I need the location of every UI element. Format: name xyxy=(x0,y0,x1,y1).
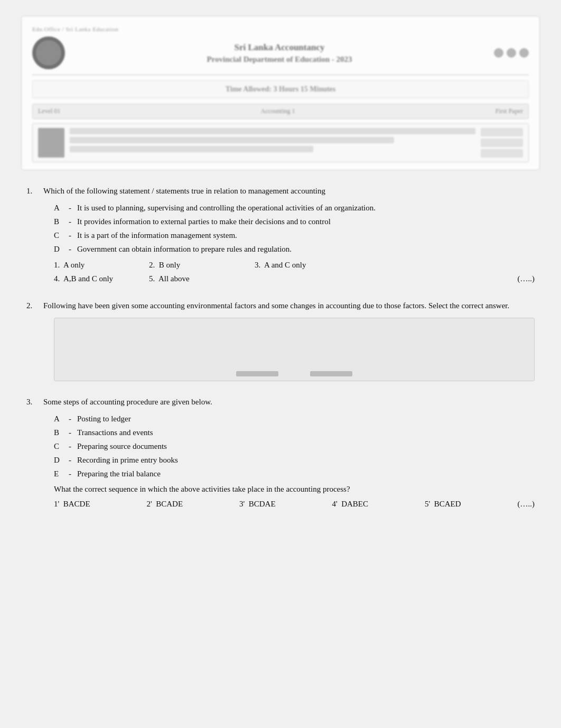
q3-text: Some steps of accounting procedure are g… xyxy=(43,396,535,408)
q3-bracket: (…..) xyxy=(518,497,535,510)
q1-opt-C: C - It is a part of the information mana… xyxy=(54,229,535,242)
q3-opt-E-dash: - xyxy=(69,467,77,480)
q1-ans-5: 5. All above xyxy=(149,272,255,285)
student-right xyxy=(481,128,523,158)
q3-ans-1: 1' BACDE xyxy=(54,497,90,510)
q1-text: Which of the following statement / state… xyxy=(43,185,535,197)
q3-opt-E-letter: E xyxy=(54,467,69,480)
exam-info-bar: Time Allowed: 3 Hours 15 Minutes xyxy=(32,80,529,98)
q1-ans-2: 2. B only xyxy=(149,259,255,271)
header-card: Edu.Office / Sri Lanka Education Sri Lan… xyxy=(21,16,540,170)
q1-opt-C-text: It is a part of the information manageme… xyxy=(77,229,535,242)
q3-opt-D-text: Recording in prime entry books xyxy=(77,454,535,466)
q3-opt-A-letter: A xyxy=(54,412,69,425)
header-top-bar: Edu.Office / Sri Lanka Education xyxy=(32,26,529,32)
subject-left: Level 01 xyxy=(38,107,60,115)
question-2-row: 2. Following have been given some accoun… xyxy=(26,300,535,312)
header-icon-3 xyxy=(519,48,529,58)
q3-opt-C: C - Preparing source documents xyxy=(54,440,535,453)
student-field-1 xyxy=(70,128,475,134)
q3-opt-E-text: Preparing the trial balance xyxy=(77,467,535,480)
q1-opt-B: B - It provides information to external … xyxy=(54,215,535,228)
q1-opt-D-dash: - xyxy=(69,243,77,255)
score-box-3 xyxy=(481,149,523,158)
q3-opt-B: B - Transactions and events xyxy=(54,426,535,439)
student-fields xyxy=(70,128,475,155)
q3-opt-C-dash: - xyxy=(69,440,77,453)
question-1-row: 1. Which of the following statement / st… xyxy=(26,185,535,197)
q1-ans-1: 1. A only xyxy=(54,259,149,271)
q3-opt-B-text: Transactions and events xyxy=(77,426,535,439)
score-box-2 xyxy=(481,139,523,147)
q2-image-bars xyxy=(236,371,352,376)
q1-opt-D: D - Government can obtain information to… xyxy=(54,243,535,255)
question-3-block: 3. Some steps of accounting procedure ar… xyxy=(26,396,535,511)
q3-opt-D: D - Recording in prime entry books xyxy=(54,454,535,466)
q1-opt-C-letter: C xyxy=(54,229,69,242)
header-icon-2 xyxy=(507,48,516,58)
question-2-block: 2. Following have been given some accoun… xyxy=(26,300,535,381)
q2-text: Following have been given some accountin… xyxy=(43,300,535,312)
q3-options: A - Posting to ledger B - Transactions a… xyxy=(54,412,535,480)
student-info-area xyxy=(32,123,529,162)
q3-opt-A: A - Posting to ledger xyxy=(54,412,535,425)
question-1-block: 1. Which of the following statement / st… xyxy=(26,185,535,285)
q3-opt-C-text: Preparing source documents xyxy=(77,440,535,453)
q3-answers-row: 1' BACDE 2' BCADE 3' BCDAE 4' DABEC 5' B… xyxy=(54,497,535,510)
q1-ans-4: 4. A,B and C only xyxy=(54,272,149,285)
student-field-3 xyxy=(70,146,313,152)
q1-opt-B-text: It provides information to external part… xyxy=(77,215,535,228)
score-box-1 xyxy=(481,128,523,136)
q1-opt-A: A - It is used to planning, supervising … xyxy=(54,201,535,214)
q3-opt-C-letter: C xyxy=(54,440,69,453)
q1-ans-3: 3. A and C only xyxy=(255,259,535,271)
header-divider xyxy=(32,75,529,75)
student-photo xyxy=(38,128,64,158)
questions-section: 1. Which of the following statement / st… xyxy=(21,185,540,510)
header-title-main: Sri Lanka Accountancy xyxy=(74,42,484,53)
q1-opt-A-letter: A xyxy=(54,201,69,214)
subject-right: First Paper xyxy=(495,107,523,115)
q1-answers-row1: 1. A only 2. B only 3. A and C only xyxy=(54,259,535,271)
q1-answers-row2: 4. A,B and C only 5. All above (…..) xyxy=(54,272,535,285)
q3-opt-B-dash: - xyxy=(69,426,77,439)
img-bar-1 xyxy=(236,371,278,376)
q3-opt-E: E - Preparing the trial balance xyxy=(54,467,535,480)
q1-opt-C-dash: - xyxy=(69,229,77,242)
q2-number: 2. xyxy=(26,300,38,312)
q3-ans-2: 2' BCADE xyxy=(147,497,183,510)
q1-opt-D-letter: D xyxy=(54,243,69,255)
q3-opt-B-letter: B xyxy=(54,426,69,439)
q3-ans-5: 5' BCAED xyxy=(425,497,461,510)
q2-image-placeholder xyxy=(54,318,535,381)
img-bar-2 xyxy=(310,371,352,376)
subject-bar: Level 01 Accounting 1 First Paper xyxy=(32,104,529,119)
header-text: Sri Lanka Accountancy Provincial Departm… xyxy=(74,42,484,64)
q1-opt-B-dash: - xyxy=(69,215,77,228)
q3-opt-D-dash: - xyxy=(69,454,77,466)
logo-emblem xyxy=(36,40,61,66)
q3-number: 3. xyxy=(26,396,38,408)
q3-opt-A-text: Posting to ledger xyxy=(77,412,535,425)
q1-number: 1. xyxy=(26,185,38,197)
student-field-2 xyxy=(70,137,394,143)
header-icon-1 xyxy=(494,48,503,58)
header-inner: Sri Lanka Accountancy Provincial Departm… xyxy=(32,36,529,69)
q1-opt-D-text: Government can obtain information to pre… xyxy=(77,243,535,255)
header-right-icons xyxy=(494,48,529,58)
q3-opt-D-letter: D xyxy=(54,454,69,466)
q1-opt-A-dash: - xyxy=(69,201,77,214)
q3-ans-3: 3' BCDAE xyxy=(239,497,276,510)
q3-ans-4: 4' DABEC xyxy=(332,497,369,510)
q1-options: A - It is used to planning, supervising … xyxy=(54,201,535,255)
header-title-sub: Provincial Department of Education - 202… xyxy=(74,55,484,64)
q1-opt-A-text: It is used to planning, supervising and … xyxy=(77,201,535,214)
q1-bracket: (…..) xyxy=(255,272,535,285)
question-3-row: 3. Some steps of accounting procedure ar… xyxy=(26,396,535,408)
q3-opt-A-dash: - xyxy=(69,412,77,425)
header-logo xyxy=(32,36,65,69)
subject-label: Accounting 1 xyxy=(260,107,295,115)
q3-sub-text: What the correct sequence in which the a… xyxy=(54,483,535,495)
q1-opt-B-letter: B xyxy=(54,215,69,228)
